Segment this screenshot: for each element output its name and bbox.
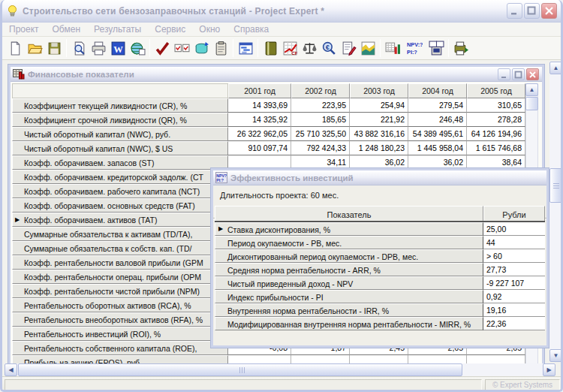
value-cell[interactable]: 44: [483, 236, 545, 249]
row-label[interactable]: Чистый оборотный капитал (NWC), $ US: [12, 141, 228, 155]
print-button[interactable]: [89, 38, 108, 58]
vscroll-thumb[interactable]: [525, 97, 538, 110]
export-web-button[interactable]: [128, 38, 147, 58]
indicators-chart-button[interactable]: [383, 38, 402, 58]
row-label[interactable]: Коэфф. оборачиваем. рабочего капитала (N…: [12, 184, 228, 198]
scroll-up-icon[interactable]: ▲: [549, 62, 562, 74]
row-label[interactable]: Коэфф. оборачиваем. основных средств (FA…: [12, 198, 228, 213]
value-cell[interactable]: 14 325,92: [228, 113, 291, 127]
row-label[interactable]: Рентабельность собственного капитала (RO…: [12, 341, 228, 355]
value-cell[interactable]: 792 424,33: [291, 141, 350, 155]
row-label[interactable]: Коэфф. рентабельности чистой прибыли (NP…: [12, 284, 228, 298]
new-document-button[interactable]: [5, 38, 25, 58]
period-check-button[interactable]: [172, 38, 191, 58]
row-label[interactable]: Чистый оборотный капитал (NWC), руб.: [12, 127, 228, 141]
row-label[interactable]: Рентабельность внеоборотных активов (RFA…: [12, 312, 228, 327]
value-cell[interactable]: -9 227 107: [483, 276, 545, 290]
scroll-down-icon[interactable]: ▼: [549, 349, 562, 362]
row-label[interactable]: Суммарные обязательства к собств. кап. (…: [12, 241, 228, 255]
analysis-magnifier-button[interactable]: €: [319, 38, 339, 58]
balance-scales-button[interactable]: [300, 38, 319, 58]
row-label[interactable]: Рентабельность инвестиций (ROI), %: [12, 327, 228, 341]
menu-item-0[interactable]: Проект: [2, 23, 46, 35]
check-data-button[interactable]: [152, 38, 172, 58]
value-cell[interactable]: 185,65: [291, 113, 350, 127]
row-label[interactable]: Коэфф. оборачиваем. кредиторской задолж.…: [12, 170, 228, 184]
row-label[interactable]: Средняя норма рентабельности - ARR, %: [215, 263, 483, 276]
text-report-button[interactable]: [339, 38, 358, 58]
area-chart-button[interactable]: [358, 38, 378, 58]
what-if-button[interactable]: [426, 38, 446, 58]
value-cell[interactable]: 22,36: [483, 317, 545, 330]
menu-item-5[interactable]: Справка: [227, 23, 275, 35]
row-label[interactable]: Дисконтированный период окупаемости - DP…: [215, 249, 483, 263]
value-cell[interactable]: 1 445 958,04: [408, 141, 467, 155]
value-cell[interactable]: 910 097,74: [228, 141, 291, 155]
row-label[interactable]: Коэфф. рентабельности операц. прибыли (O…: [12, 270, 228, 284]
export-word-button[interactable]: W: [108, 38, 128, 58]
value-cell[interactable]: 43 882 316,16: [350, 127, 408, 141]
minimize-button[interactable]: [507, 3, 522, 19]
value-cell[interactable]: 1 615 746,68: [467, 141, 525, 155]
value-cell[interactable]: 27,73: [483, 263, 545, 276]
close-button[interactable]: [541, 3, 557, 19]
cash-flow-button[interactable]: CF: [280, 38, 300, 58]
scroll-left-icon[interactable]: ◀: [5, 363, 17, 376]
row-label[interactable]: Суммарные обязательства к активам (TD/TA…: [12, 227, 228, 241]
row-label[interactable]: Чистый приведенный доход - NPV: [215, 276, 483, 290]
mdi-hscroll-thumb[interactable]: [18, 363, 462, 376]
menu-item-1[interactable]: Обмен: [46, 23, 88, 35]
financial-window-titlebar[interactable]: Финансовые показатели: [11, 67, 542, 82]
row-label[interactable]: Коэффициент текущей ликвидности (CR), %: [12, 98, 228, 113]
mdi-vscroll-thumb[interactable]: [549, 168, 562, 203]
save-button[interactable]: [44, 38, 64, 58]
gantt-chart-button[interactable]: [236, 38, 255, 58]
value-cell[interactable]: 278,28: [467, 113, 525, 127]
row-label[interactable]: Коэфф. оборачиваем. активов (TAT)▶: [12, 213, 228, 227]
row-label[interactable]: Модифицированная внутренняя норма рентаб…: [215, 317, 483, 330]
value-cell[interactable]: 254,94: [350, 98, 408, 113]
row-label[interactable]: Ставка дисконтирования, %▶: [215, 222, 483, 236]
value-cell[interactable]: 25,00: [483, 222, 545, 236]
value-cell[interactable]: 25 710 325,50: [291, 127, 350, 141]
report-output-button[interactable]: [451, 38, 471, 58]
value-cell[interactable]: 54 389 495,61: [408, 127, 467, 141]
financial-minimize-button[interactable]: [498, 68, 510, 80]
row-label[interactable]: Индекс прибыльности - PI: [215, 290, 483, 303]
clipboard-button[interactable]: [211, 38, 230, 58]
value-cell[interactable]: 14 393,69: [228, 98, 291, 113]
value-cell[interactable]: 279,54: [408, 98, 467, 113]
row-label[interactable]: Коэфф. рентабельности валовой прибыли (G…: [12, 255, 228, 270]
menu-item-2[interactable]: Результаты: [87, 23, 148, 35]
efficiency-window-titlebar[interactable]: NPV?PI:? Эффективность инвестиций: [213, 170, 546, 185]
row-label[interactable]: Коэффициент срочной ликвидности (QR), %: [12, 113, 228, 127]
mdi-vertical-scrollbar[interactable]: ▲ ▼: [549, 62, 562, 362]
value-cell[interactable]: 221,92: [350, 113, 408, 127]
efficiency-npv-button[interactable]: NPV:?PI:?: [402, 38, 426, 58]
row-label[interactable]: Период окупаемости - PB, мес.: [215, 236, 483, 249]
mdi-horizontal-scrollbar[interactable]: ◀ ▶: [5, 363, 555, 376]
project-book-button[interactable]: [260, 38, 280, 58]
maximize-button[interactable]: [524, 3, 540, 19]
menu-item-3[interactable]: Сервис: [148, 23, 192, 35]
scroll-right-icon[interactable]: ▶: [543, 363, 555, 376]
menu-item-4[interactable]: Окно: [192, 23, 227, 35]
scroll-up-icon[interactable]: ▲: [525, 83, 538, 96]
financial-close-button[interactable]: [526, 68, 539, 80]
value-cell[interactable]: 310,65: [467, 98, 525, 113]
money-turnover-button[interactable]: [191, 38, 211, 58]
row-label[interactable]: Коэфф. оборачиваем. запасов (ST): [12, 155, 228, 170]
value-cell[interactable]: 1 248 180,23: [350, 141, 408, 155]
financial-maximize-button[interactable]: [512, 68, 525, 80]
value-cell[interactable]: > 60: [483, 249, 545, 263]
value-cell[interactable]: 246,48: [408, 113, 467, 127]
print-preview-button[interactable]: [69, 38, 89, 58]
row-label[interactable]: Внутренняя норма рентабельности - IRR, %: [215, 303, 483, 317]
value-cell[interactable]: 223,95: [291, 98, 350, 113]
value-cell[interactable]: 64 126 194,96: [467, 127, 525, 141]
value-cell[interactable]: 0,92: [483, 290, 545, 303]
value-cell[interactable]: 26 322 962,05: [228, 127, 291, 141]
open-folder-button[interactable]: [25, 38, 44, 58]
value-cell[interactable]: 19,16: [483, 303, 545, 317]
row-label[interactable]: Рентабельность оборотных активов (RCA), …: [12, 298, 228, 312]
